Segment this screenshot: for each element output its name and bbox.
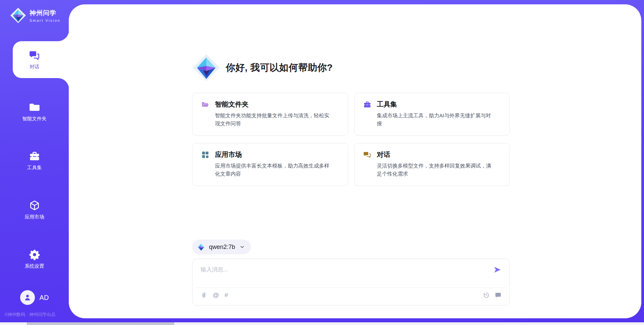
greeting: 你好, 我可以如何帮助你? <box>192 54 333 82</box>
card-toolset[interactable]: 工具集 集成市场上主流工具，助力AI与外界无缝扩展与对接 <box>354 93 510 136</box>
sidebar-item-label: 系统设置 <box>25 263 44 269</box>
hash-icon[interactable]: # <box>224 292 228 299</box>
avatar <box>20 290 35 305</box>
model-name: qwen2:7b <box>209 244 235 251</box>
user-profile[interactable]: AD <box>0 290 69 305</box>
composer-tools-right <box>483 292 501 299</box>
chat-icon <box>29 50 40 61</box>
scrollbar-thumb[interactable] <box>27 322 174 325</box>
chevron-down-icon <box>239 244 245 250</box>
card-description: 应用市场提供丰富长文本模板，助力高效生成多样化文章内容 <box>215 162 339 178</box>
card-description: 集成市场上主流工具，助力AI与外界无缝扩展与对接 <box>377 112 501 128</box>
toolbox-icon <box>363 101 371 109</box>
cube-icon <box>29 200 40 211</box>
composer-divider <box>196 287 506 288</box>
folder-open-icon <box>201 101 209 109</box>
card-chat[interactable]: 对话 灵活切换多模型文件，支持多样回复效果调试，满足个性化需求 <box>354 143 510 186</box>
card-title: 智能文件夹 <box>215 100 249 109</box>
feature-cards: 智能文件夹 智能文件夹功能支持批量文件上传与清洗，轻松实现文件问答 工具集 集成… <box>192 93 510 186</box>
brand-name: 神州问学 <box>30 9 60 17</box>
card-title: 对话 <box>377 150 390 159</box>
sidebar-item-app-market[interactable]: 应用市场 <box>0 194 69 225</box>
model-logo-icon <box>197 243 206 252</box>
card-title: 工具集 <box>377 100 397 109</box>
assistant-logo-icon <box>192 54 220 82</box>
sidebar-item-chat[interactable]: 对话 <box>0 41 69 78</box>
user-initials: AD <box>40 294 49 302</box>
card-description: 智能文件夹功能支持批量文件上传与清洗，轻松实现文件问答 <box>215 112 339 128</box>
paperclip-icon[interactable] <box>201 292 207 299</box>
sidebar-item-label: 工具集 <box>27 165 42 171</box>
copyright-footer: ©神州数码 · 神州问学出品 <box>5 312 55 318</box>
folder-icon <box>29 102 40 113</box>
person-icon <box>23 294 32 302</box>
send-icon[interactable] <box>493 266 501 274</box>
toolbox-icon <box>29 150 40 162</box>
comment-icon[interactable] <box>495 292 501 299</box>
card-app-market[interactable]: 应用市场 应用市场提供丰富长文本模板，助力高效生成多样化文章内容 <box>192 143 348 186</box>
model-selector[interactable]: qwen2:7b <box>192 240 251 254</box>
grid-icon <box>201 151 209 159</box>
composer-tools-left: @ # <box>201 292 228 299</box>
chat-icon <box>363 151 371 159</box>
sidebar-item-label: 对话 <box>30 64 39 70</box>
card-description: 灵活切换多模型文件，支持多样回复效果调试，满足个性化需求 <box>377 162 501 178</box>
sidebar-item-toolset[interactable]: 工具集 <box>0 145 69 176</box>
at-icon[interactable]: @ <box>213 292 219 299</box>
brand: 神州问学 Smart Vision <box>10 7 60 23</box>
sidebar: 神州问学 Smart Vision 对话 智能文件夹 工具集 <box>0 0 69 325</box>
sidebar-item-smart-folder[interactable]: 智能文件夹 <box>0 96 69 127</box>
history-icon[interactable] <box>483 292 490 299</box>
sidebar-item-label: 智能文件夹 <box>22 116 47 122</box>
card-title: 应用市场 <box>215 150 242 159</box>
message-composer[interactable]: 输入消息... @ # <box>192 259 510 306</box>
sidebar-item-settings[interactable]: 系统设置 <box>0 244 69 274</box>
sidebar-item-label: 应用市场 <box>25 214 44 220</box>
greeting-title: 你好, 我可以如何帮助你? <box>226 61 333 74</box>
gear-icon <box>29 249 40 260</box>
message-input[interactable]: 输入消息... <box>201 266 486 273</box>
horizontal-scrollbar[interactable] <box>0 322 644 325</box>
brand-logo-icon <box>10 7 26 23</box>
card-smart-folder[interactable]: 智能文件夹 智能文件夹功能支持批量文件上传与清洗，轻松实现文件问答 <box>192 93 348 136</box>
brand-subtitle: Smart Vision <box>30 18 60 22</box>
